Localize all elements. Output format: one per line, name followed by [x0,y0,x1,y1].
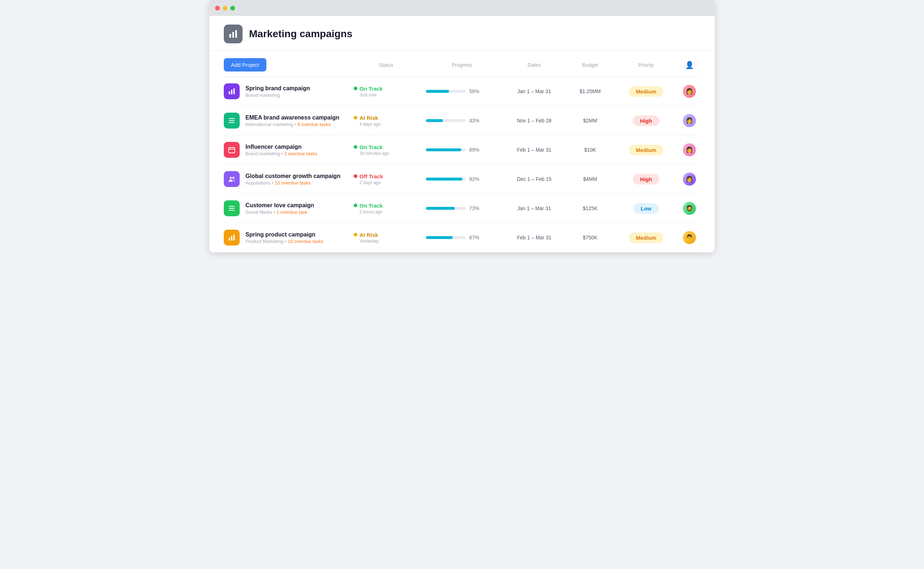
progress-percent: 67% [469,235,483,240]
project-assignee: 👩 [679,85,700,98]
status-text: On Track [360,202,383,209]
project-priority: High [614,174,679,184]
project-dates: Dec 1 – Feb 15 [502,176,567,182]
svg-rect-8 [229,122,235,123]
table-row[interactable]: Spring brand campaign Brand marketing On… [224,77,700,106]
project-budget: $10K [567,147,614,153]
project-list: Spring brand campaign Brand marketing On… [224,77,700,253]
priority-badge: Medium [629,86,664,97]
status-badge: At Risk [354,115,378,121]
table-row[interactable]: Customer love campaign Social Media • 1 … [224,194,700,223]
project-dates: Jan 1 – Mar 31 [502,88,567,94]
project-details: Spring product campaign Product Marketin… [245,231,324,244]
status-time: Just now [354,93,377,97]
project-icon [224,84,240,99]
project-status: At Risk Yesterday [350,232,422,244]
status-badge: On Track [354,85,383,92]
project-priority: Medium [614,145,679,155]
app-window: Marketing campaigns Add Project Status P… [209,0,715,253]
table-row[interactable]: Global customer growth campaign Acquisit… [224,164,700,194]
project-icon [224,230,240,245]
project-sub: Social Media • 1 overdue task [245,209,314,215]
minimize-button[interactable] [223,6,227,11]
avatar-face: 👩 [686,118,693,123]
project-sub: Brand marketing • 2 overdue tasks [245,151,317,156]
close-button[interactable] [215,6,220,11]
project-assignee: 👩 [679,114,700,127]
svg-point-14 [233,177,235,179]
project-priority: Low [614,203,679,214]
status-time: 4 days ago [354,122,381,127]
progress-percent: 89% [469,147,483,153]
progress-percent: 58% [469,88,483,94]
progress-bar-fill [426,178,462,181]
add-project-button[interactable]: Add Project [224,58,266,72]
project-budget: $750K [567,235,614,240]
status-badge: On Track [354,144,383,150]
progress-percent: 43% [469,118,483,123]
col-dates: Dates [502,62,567,68]
table-row[interactable]: Influencer campaign Brand marketing • 2 … [224,135,700,164]
status-dot [354,233,357,236]
project-priority: Medium [614,86,679,97]
project-dates: Nov 1 – Feb 28 [502,118,567,123]
priority-badge: Medium [629,233,664,243]
avatar-face: 👩 [686,176,693,182]
progress-bar-fill [426,119,443,122]
project-name: Customer love campaign [245,202,314,209]
project-icon [224,200,240,216]
project-sub: Acquisitions • 10 overdue tasks [245,180,340,186]
progress-bar-fill [426,90,449,93]
project-progress: 92% [422,176,502,182]
avatar: 👩 [683,114,696,127]
project-name: Influencer campaign [245,144,317,150]
project-details: Influencer campaign Brand marketing • 2 … [245,144,317,156]
svg-rect-6 [229,119,235,119]
priority-badge: Medium [629,145,664,155]
status-time: Yesterday [354,239,378,244]
project-status: On Track 2 hours ago [350,202,422,215]
add-project-cell: Add Project [224,58,350,72]
col-status: Status [350,62,422,68]
page-title: Marketing campaigns [249,28,352,40]
priority-badge: High [633,116,659,126]
project-sub: Product Marketing • 10 overdue tasks [245,239,324,244]
project-status: On Track Just now [350,85,422,97]
project-dates: Feb 1 – Mar 31 [502,147,567,153]
priority-badge: High [633,174,659,184]
project-info: Influencer campaign Brand marketing • 2 … [224,142,350,158]
progress-bar-bg [426,119,466,122]
project-icon [224,142,240,158]
project-details: Spring brand campaign Brand marketing [245,85,310,98]
project-progress: 73% [422,205,502,211]
progress-bar-fill [426,207,455,210]
col-budget: Budget [567,62,614,68]
table-row[interactable]: EMEA brand awareness campaign Internatio… [224,106,700,135]
titlebar [209,0,715,16]
project-name: Spring product campaign [245,231,324,238]
project-progress: 58% [422,88,502,94]
project-budget: $125K [567,205,614,211]
project-priority: Medium [614,233,679,243]
project-budget: $2MM [567,118,614,123]
project-info: Spring product campaign Product Marketin… [224,230,350,245]
progress-bar-bg [426,207,466,210]
project-dates: Feb 1 – Mar 31 [502,235,567,240]
main-area: Add Project Status Progress Dates Budget… [209,51,715,253]
table-row[interactable]: Spring product campaign Product Marketin… [224,223,700,253]
status-badge: At Risk [354,232,378,238]
svg-rect-3 [229,91,230,94]
svg-rect-2 [236,30,237,38]
avatar: 👩 [683,143,696,156]
avatar: 👩 [683,85,696,98]
status-dot [354,116,357,120]
svg-rect-15 [229,206,235,207]
avatar-face: 🧔 [686,205,693,211]
status-text: At Risk [360,232,378,238]
maximize-button[interactable] [230,6,235,11]
project-status: At Risk 4 days ago [350,115,422,127]
avatar-face: 👩 [686,88,693,94]
project-assignee: 🧔 [679,202,700,215]
project-info: Customer love campaign Social Media • 1 … [224,200,350,216]
status-time: 2 hours ago [354,209,382,215]
